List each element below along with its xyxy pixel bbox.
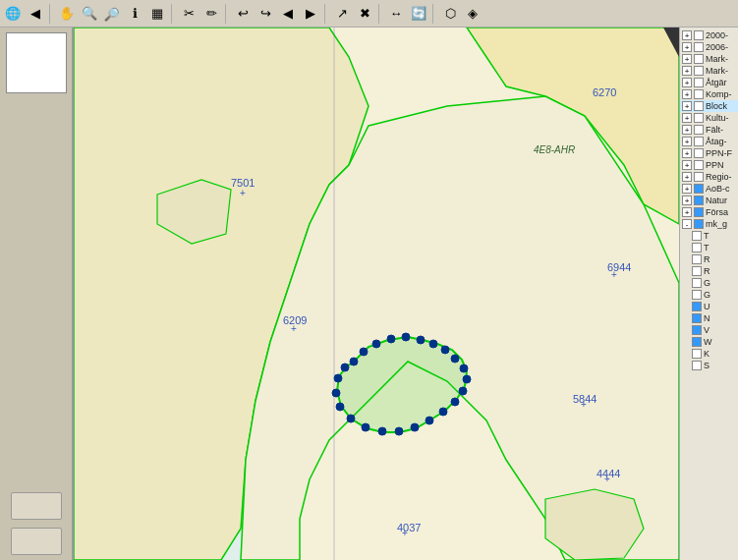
expand-icon[interactable]: - bbox=[682, 219, 692, 229]
layer-item-mkg[interactable]: - mk_g bbox=[680, 218, 738, 230]
layer-item-s[interactable]: S bbox=[690, 360, 738, 371]
layer-item-v[interactable]: V bbox=[690, 324, 738, 336]
layer-item-r1[interactable]: R bbox=[690, 253, 738, 265]
expand-icon[interactable]: + bbox=[682, 207, 692, 217]
layer-checkbox[interactable] bbox=[694, 30, 704, 40]
layer-checkbox[interactable] bbox=[694, 172, 704, 182]
layer-checkbox[interactable] bbox=[692, 278, 702, 288]
expand-icon[interactable]: + bbox=[682, 160, 692, 170]
layer-checkbox[interactable] bbox=[694, 78, 704, 87]
expand-icon[interactable]: + bbox=[682, 196, 692, 205]
layer-item-k[interactable]: K bbox=[690, 348, 738, 360]
layer-checkbox[interactable] bbox=[692, 290, 702, 300]
svg-point-10 bbox=[451, 355, 459, 363]
select-button[interactable]: ↗ bbox=[331, 3, 353, 25]
layer-item-forsa[interactable]: + Försa bbox=[680, 206, 738, 218]
layer-item-atag[interactable]: + Åtag- bbox=[680, 136, 738, 147]
layer-checkbox[interactable] bbox=[694, 113, 704, 123]
layer-checkbox[interactable] bbox=[694, 207, 704, 217]
polygon-button[interactable]: ⬡ bbox=[439, 3, 461, 25]
move-button[interactable]: ↔ bbox=[385, 3, 407, 25]
layer-checkbox[interactable] bbox=[692, 313, 702, 323]
layer-checkbox[interactable] bbox=[692, 266, 702, 276]
layer-item-g1[interactable]: G bbox=[690, 277, 738, 289]
layer-checkbox[interactable] bbox=[694, 137, 704, 146]
layer-checkbox[interactable] bbox=[692, 231, 702, 241]
layer-checkbox[interactable] bbox=[694, 148, 704, 158]
layer-item-mark1[interactable]: + Mark- bbox=[680, 53, 738, 65]
layer-item-aob[interactable]: + AoB-c bbox=[680, 183, 738, 195]
back-button[interactable]: ◀ bbox=[25, 3, 46, 25]
edit-button[interactable]: ✏ bbox=[200, 3, 222, 25]
layer-checkbox[interactable] bbox=[694, 101, 704, 111]
zoom-in-button[interactable]: 🔍 bbox=[79, 3, 100, 25]
left-small-box-1[interactable] bbox=[11, 492, 62, 520]
layer-checkbox[interactable] bbox=[692, 349, 702, 359]
redo-button[interactable]: ↪ bbox=[255, 3, 276, 25]
cut-button[interactable]: ✂ bbox=[178, 3, 199, 25]
layer-item-2000[interactable]: + 2000- bbox=[680, 29, 738, 41]
layer-item-ppn[interactable]: + PPN bbox=[680, 159, 738, 171]
expand-icon[interactable]: + bbox=[682, 101, 692, 111]
rotate-button[interactable]: 🔄 bbox=[408, 3, 429, 25]
node-button[interactable]: ◈ bbox=[462, 3, 483, 25]
layer-item-falt[interactable]: + Fält- bbox=[680, 124, 738, 136]
layer-item-2006[interactable]: + 2006- bbox=[680, 41, 738, 53]
delete-button[interactable]: ✖ bbox=[354, 3, 375, 25]
layer-item-kultu[interactable]: + Kultu- bbox=[680, 112, 738, 124]
pan-button[interactable]: ✋ bbox=[56, 3, 78, 25]
nav-right-button[interactable]: ▶ bbox=[300, 3, 321, 25]
layer-checkbox[interactable] bbox=[694, 125, 704, 135]
layer-item-t2[interactable]: T bbox=[690, 242, 738, 253]
expand-icon[interactable]: + bbox=[682, 30, 692, 40]
svg-point-9 bbox=[441, 346, 449, 354]
expand-icon[interactable]: + bbox=[682, 54, 692, 64]
expand-icon[interactable]: + bbox=[682, 89, 692, 99]
expand-icon[interactable]: + bbox=[682, 172, 692, 182]
layer-checkbox[interactable] bbox=[694, 42, 704, 52]
globe-button[interactable]: 🌐 bbox=[2, 3, 24, 25]
zoom-out-button[interactable]: 🔍 bbox=[101, 3, 123, 25]
layer-checkbox[interactable] bbox=[694, 196, 704, 205]
layer-checkbox[interactable] bbox=[694, 184, 704, 194]
nav-left-button[interactable]: ◀ bbox=[277, 3, 299, 25]
layer-checkbox[interactable] bbox=[692, 337, 702, 347]
expand-icon[interactable]: + bbox=[682, 148, 692, 158]
layer-checkbox[interactable] bbox=[694, 219, 704, 229]
layer-item-n[interactable]: N bbox=[690, 312, 738, 324]
layer-checkbox[interactable] bbox=[692, 361, 702, 370]
grid-button[interactable]: ▦ bbox=[146, 3, 168, 25]
expand-icon[interactable]: + bbox=[682, 66, 692, 76]
layer-item-g2[interactable]: G bbox=[690, 289, 738, 301]
expand-icon[interactable]: + bbox=[682, 42, 692, 52]
layer-item-ppnf[interactable]: + PPN-F bbox=[680, 147, 738, 159]
expand-icon[interactable]: + bbox=[682, 184, 692, 194]
map-area[interactable]: + + + + + + 6270 4E8-AHR 7501 6944 6209 … bbox=[74, 28, 679, 560]
layer-item-natur[interactable]: + Natur bbox=[680, 195, 738, 206]
expand-icon[interactable]: + bbox=[682, 78, 692, 87]
layer-checkbox[interactable] bbox=[694, 160, 704, 170]
layer-item-u[interactable]: U bbox=[690, 301, 738, 312]
layer-item-t1[interactable]: T bbox=[690, 230, 738, 242]
layer-item-regio[interactable]: + Regio- bbox=[680, 171, 738, 183]
expand-icon[interactable]: + bbox=[682, 137, 692, 146]
layer-item-block[interactable]: + Block bbox=[680, 100, 738, 112]
left-small-box-2[interactable] bbox=[11, 528, 62, 555]
layer-item-atgar[interactable]: + Åtgär bbox=[680, 77, 738, 88]
layer-item-mark2[interactable]: + Mark- bbox=[680, 65, 738, 77]
layer-item-komp[interactable]: + Komp- bbox=[680, 88, 738, 100]
info-button[interactable]: ℹ bbox=[124, 3, 145, 25]
layer-checkbox[interactable] bbox=[692, 325, 702, 335]
layer-checkbox[interactable] bbox=[694, 89, 704, 99]
expand-icon[interactable]: + bbox=[682, 125, 692, 135]
expand-icon[interactable]: + bbox=[682, 113, 692, 123]
undo-button[interactable]: ↩ bbox=[232, 3, 254, 25]
overview-thumbnail[interactable] bbox=[6, 32, 67, 93]
layer-checkbox[interactable] bbox=[692, 254, 702, 264]
layer-checkbox[interactable] bbox=[694, 54, 704, 64]
layer-checkbox[interactable] bbox=[692, 302, 702, 311]
layer-item-w[interactable]: W bbox=[690, 336, 738, 348]
layer-checkbox[interactable] bbox=[692, 243, 702, 252]
layer-item-r2[interactable]: R bbox=[690, 265, 738, 277]
layer-checkbox[interactable] bbox=[694, 66, 704, 76]
